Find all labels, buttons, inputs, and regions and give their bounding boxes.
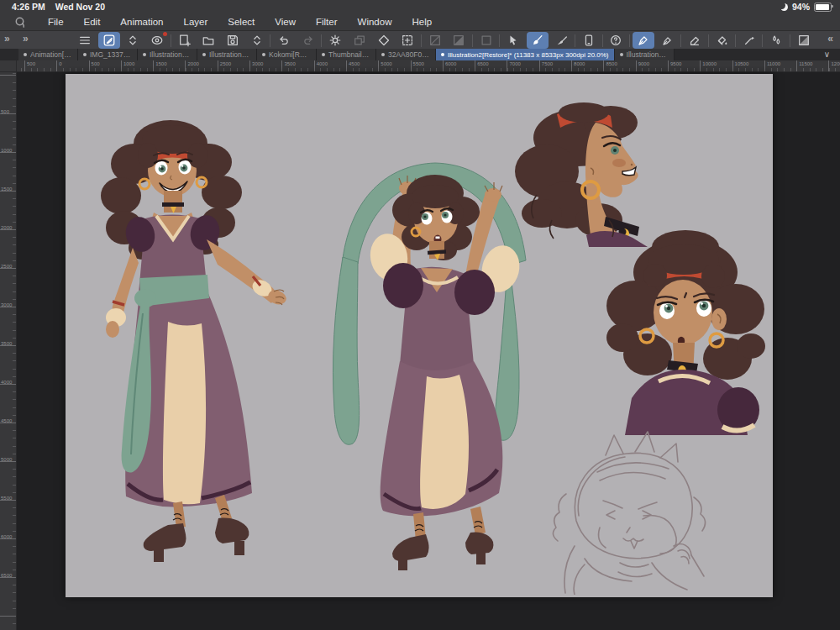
ruler-label: 6500 [477, 61, 488, 66]
ruler-label: 7000 [510, 61, 521, 66]
document-tab-bar: Animation[Res...IMG_1337.jpg(...Illustra… [0, 49, 840, 60]
toolbar-separator [680, 34, 681, 47]
invert-selection-button [448, 32, 470, 49]
document-tab[interactable]: Illustration3[Re... [197, 49, 257, 60]
processing-button[interactable] [324, 32, 346, 49]
timer-tool-button[interactable] [605, 32, 627, 49]
halfsq-icon [452, 34, 465, 47]
dress [381, 263, 503, 516]
layer-select-button [349, 32, 370, 49]
expand-panel-button[interactable]: » [4, 33, 10, 45]
menu-view[interactable]: View [265, 17, 306, 27]
document-tab[interactable]: 32AA80F0-17... [376, 49, 436, 60]
updown-icon [126, 34, 139, 47]
tab-label: Illustration3[Re... [209, 50, 251, 59]
menu-edit[interactable]: Edit [74, 17, 111, 27]
menu-window[interactable]: Window [348, 17, 402, 27]
pencil-tool-button[interactable] [657, 32, 679, 49]
menu-file[interactable]: File [38, 17, 74, 27]
menu-help[interactable]: Help [402, 17, 442, 27]
menu-select[interactable]: Select [218, 17, 265, 27]
gradient-tool-button[interactable] [793, 32, 815, 49]
fill-tool-button[interactable] [711, 32, 732, 49]
undo-button[interactable] [273, 32, 295, 49]
menu-filter[interactable]: Filter [306, 17, 348, 27]
clip-studio-logo-icon[interactable] [13, 16, 26, 29]
document-tab[interactable]: Animation[Res... [18, 49, 78, 60]
open-file-button[interactable] [197, 32, 219, 49]
canvas-page[interactable] [66, 74, 773, 597]
ruler-label: 3000 [1, 302, 12, 307]
bucket-icon [715, 34, 728, 47]
new-canvas-button[interactable] [174, 32, 196, 49]
redo-button [297, 32, 319, 49]
ruler-label: 5500 [413, 61, 424, 66]
expand-panel-button-2[interactable]: » [23, 33, 29, 45]
clock-icon [609, 34, 622, 47]
save-button[interactable] [222, 32, 244, 49]
line-tool-button[interactable] [551, 32, 573, 49]
ruler-label: 500 [1, 109, 9, 114]
homeeye-icon [150, 34, 164, 47]
battery-icon [814, 3, 832, 12]
menu-animation[interactable]: Animation [110, 17, 173, 27]
ink-tool-button[interactable] [738, 32, 760, 49]
penbox-icon [102, 34, 116, 47]
current-tool-preview-button[interactable] [98, 32, 120, 49]
document-tab[interactable]: Thumbnails[Re... [317, 49, 376, 60]
object-tool-button[interactable] [502, 32, 524, 49]
tab-label: IMG_1337.jpg(... [90, 50, 132, 59]
document-tab[interactable]: Kokomi[Restor... [257, 49, 317, 60]
menu-bar: FileEditAnimationLayerSelectViewFilterWi… [0, 13, 840, 30]
ruler-label: 5500 [1, 496, 12, 501]
ruler-label: 3000 [252, 61, 263, 66]
eraser-tool-button[interactable] [684, 32, 706, 49]
ear [585, 161, 599, 181]
deselect-button [424, 32, 446, 49]
main-menu-button[interactable] [74, 32, 96, 49]
toolbar-separator [602, 34, 603, 47]
do-not-disturb-icon [780, 3, 788, 11]
layers-icon [353, 34, 366, 47]
tab-status-dot [143, 53, 146, 56]
brush-tool-button[interactable] [527, 32, 549, 49]
selection-launcher-button [475, 32, 497, 49]
newdoc-icon [178, 34, 192, 47]
ruler-label: 4000 [317, 61, 328, 66]
tab-status-dot [262, 53, 265, 56]
clip-studio-home-button[interactable] [146, 32, 168, 49]
rotate-canvas-button[interactable] [373, 32, 395, 49]
ruler-label: 2000 [1, 225, 12, 230]
clock: 4:26 PM [12, 2, 45, 12]
pen-tool-button[interactable] [633, 32, 654, 49]
ruler-label: 6000 [445, 61, 456, 66]
device-icon [582, 34, 596, 47]
ruler-label: 10000 [702, 61, 717, 66]
tab-status-dot [202, 53, 206, 56]
tab-label: Illustration5[Re... [150, 50, 192, 59]
toolbar-separator [171, 34, 171, 47]
document-tab[interactable]: IMG_1337.jpg(... [78, 49, 138, 60]
collapse-toolbar-button[interactable]: « [827, 33, 833, 45]
device-tool-button[interactable] [578, 32, 600, 49]
menu-layer[interactable]: Layer [174, 17, 218, 27]
document-tab[interactable]: Illustration4[Re... [615, 49, 675, 60]
select-area-button[interactable] [396, 32, 418, 49]
vertical-ruler: 5001000150020002500300035004000450050005… [0, 72, 17, 630]
inkpen-icon [743, 34, 756, 47]
ruler-label: 1500 [1, 186, 12, 192]
tab-overflow-button[interactable]: ∨ [824, 50, 830, 60]
ruler-label: 3500 [1, 341, 12, 346]
date: Wed Nov 20 [55, 2, 105, 12]
noentry-icon [428, 34, 442, 47]
status-bar: 4:26 PM Wed Nov 20 94% [0, 0, 840, 13]
tool-variant-chevron-button[interactable] [122, 32, 144, 49]
save-options-chevron-button[interactable] [246, 32, 268, 49]
ruler-label: 11000 [767, 61, 780, 66]
document-tab-active[interactable]: Illustration2[Restore]* (11383 x 8533px … [436, 49, 615, 60]
redo-icon [302, 34, 315, 47]
blend-tool-button[interactable] [765, 32, 787, 49]
ruler-label: 5000 [1, 457, 12, 462]
ruler-label: 12000 [832, 61, 840, 66]
document-tab[interactable]: Illustration5[Re... [138, 49, 197, 60]
